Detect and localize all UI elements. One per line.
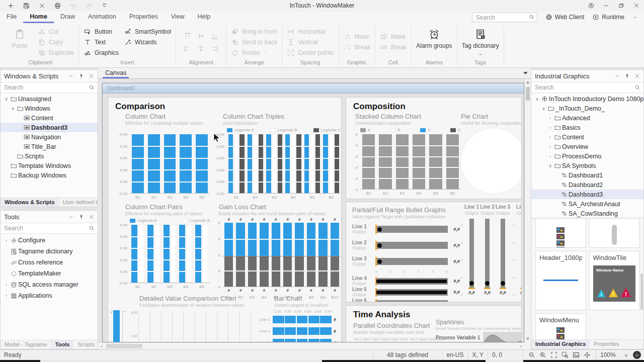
spacing-horizontal-button[interactable]: Horizontal (287, 26, 334, 37)
search-input[interactable] (1, 82, 98, 93)
wizards-button[interactable]: Wizards (124, 37, 171, 47)
chevron-down-icon[interactable] (614, 73, 620, 79)
menu-tab-properties[interactable]: Properties (123, 11, 165, 23)
vertical-scroll-thumb[interactable] (526, 87, 530, 101)
pan-icon[interactable] (584, 351, 591, 358)
tree-item-sa-archestranaut[interactable]: SA_ArchestrAnaut (531, 199, 643, 209)
graphic-make-button[interactable]: Make (344, 31, 370, 42)
windows-scripts-tab-windows-scripts[interactable]: Windows & Scripts (1, 198, 59, 207)
status-locale[interactable]: en-US (442, 350, 468, 360)
search-input[interactable] (1, 223, 98, 234)
tree-item-sa-cowstanding[interactable]: SA_CowStanding (531, 209, 643, 217)
expander-icon[interactable]: ∨ (3, 97, 10, 102)
chart-detailed-value-comparison-chart[interactable]: Detailed Value Comparison ChartFacilitat… (110, 295, 255, 342)
tree-item-dashboard1[interactable]: Dashboard1 (531, 170, 643, 180)
status-circle-icon[interactable] (633, 351, 641, 359)
menu-tab-draw[interactable]: Draw (54, 11, 82, 23)
dashboard3-window-titlebar[interactable]: Dashboard3 (103, 83, 524, 94)
expander-icon[interactable]: › (547, 135, 553, 140)
close-icon[interactable] (89, 73, 94, 79)
tree-item-scripts[interactable]: Scripts (1, 151, 98, 161)
chart-parallel-coordinates[interactable]: Parallel Coordinates ChartMonitor multip… (353, 322, 434, 341)
tools-tab-model-tagname[interactable]: Model - Tagname (1, 340, 51, 349)
expander-icon[interactable]: ∨ (540, 106, 547, 111)
close-icon[interactable] (89, 214, 94, 220)
tree-item-unassigned[interactable]: ∨Unassigned (1, 94, 98, 104)
tab-canvas[interactable]: Canvas (103, 68, 129, 78)
scroll-right-icon[interactable]: › (517, 344, 524, 349)
cell-make-button[interactable]: Make (380, 31, 407, 42)
align-top-icon[interactable] (184, 32, 191, 40)
align-left-icon[interactable] (184, 45, 191, 52)
align-center-icon[interactable] (197, 45, 205, 52)
chart-column-chart[interactable]: Column ChartEffective for comparing mult… (116, 113, 210, 200)
chart-column-chart-triples[interactable]: Column Chart TriplesShort DescriptionLeg… (214, 113, 341, 200)
tag-dictionary-button[interactable]: Tag dictionary (462, 26, 499, 57)
pin-icon[interactable] (78, 214, 84, 220)
tool-item-sql-access-manager[interactable]: ›SQL access manager (1, 279, 98, 290)
tree-item-sa-symbols[interactable]: ∨SA Symbols (531, 161, 643, 170)
print-button[interactable] (50, 3, 65, 9)
tree-item-content[interactable]: ›Content (531, 132, 643, 142)
save-button[interactable] (19, 3, 34, 9)
close-icon[interactable] (634, 73, 640, 79)
tool-item-configure[interactable]: ›Configure (1, 235, 98, 246)
rotate-button[interactable]: Rotate (231, 47, 277, 58)
thumbnail-header-1080p[interactable]: Header_1080p (535, 251, 586, 310)
windows-scripts-tab-user-defined-type[interactable]: User defined type (59, 198, 98, 207)
chart-stacked-column-chart[interactable]: Stacked Column ChartCommunicates composi… (352, 113, 461, 196)
expander-icon[interactable]: › (547, 125, 553, 130)
chart-bar-chart[interactable]: Bar ChartSorted Largest to Smallest0.00#… (256, 295, 339, 342)
chevron-down-icon[interactable] (68, 73, 74, 79)
menu-tab-file[interactable]: File (0, 11, 23, 23)
paste-button[interactable]: Paste (7, 26, 33, 49)
close-app-button[interactable] (629, 0, 644, 11)
expander-icon[interactable]: ∨ (534, 97, 540, 102)
zoom-selection-icon[interactable] (561, 351, 569, 358)
expander-icon[interactable]: › (3, 282, 10, 287)
expander-icon[interactable]: › (547, 144, 553, 149)
expander-icon[interactable]: › (547, 116, 553, 121)
minimize-button[interactable] (599, 0, 614, 11)
customize-toolbar-icon[interactable] (97, 3, 112, 9)
tab-list-icon[interactable] (523, 71, 528, 75)
tree-item-dashboard3[interactable]: Dashboard3 (531, 190, 643, 199)
cell-break-button[interactable]: Break (380, 42, 407, 52)
chart-sparklines[interactable]: SparklinesSmall Trends Effective for Com… (436, 319, 521, 342)
graphic-break-button[interactable]: Break (344, 42, 370, 52)
center-points-button[interactable]: Center points (287, 47, 334, 58)
runtime-button[interactable]: Runtime (592, 14, 624, 21)
search-input[interactable] (472, 13, 537, 22)
thumbnail-windowmenu[interactable]: WindowMenu (535, 313, 586, 339)
canvas-area[interactable]: Dashboard3 ComparisonColumn ChartEffecti… (98, 79, 531, 349)
chart-gain-loss-chart[interactable]: Gain Loss ChartEasily visualize the net … (214, 203, 341, 300)
tools-tab-tools[interactable]: Tools (51, 340, 74, 349)
spacing-vertical-button[interactable]: Vertical (287, 37, 334, 47)
pin-icon[interactable] (624, 73, 630, 79)
expander-icon[interactable]: › (547, 154, 553, 159)
tool-item-templatemaker[interactable]: TemplateMaker (1, 268, 98, 279)
tree-item-windows[interactable]: ∨Windows (1, 104, 98, 113)
account-icon[interactable] (584, 0, 599, 11)
duplicate-button[interactable]: Duplicate (38, 47, 74, 58)
chevron-down-icon[interactable] (68, 214, 74, 220)
tree-item-overview[interactable]: ›Overview (531, 142, 643, 151)
zoom-in-icon[interactable] (539, 351, 546, 358)
tree-item-basics[interactable]: ›Basics (531, 123, 643, 132)
industrial-graphics-tab-properties[interactable]: Properties (590, 340, 623, 349)
scroll-left-icon[interactable]: ‹ (98, 344, 105, 349)
zoom-level-select[interactable]: 100% ∨ (596, 350, 632, 360)
alarm-groups-button[interactable]: Alarm groups (416, 26, 452, 49)
insert-graphics-button[interactable]: Graphics (84, 47, 119, 58)
menu-tab-help[interactable]: Help (191, 11, 217, 23)
industrial-graphics-tab-industrial-graphics[interactable]: Industrial Graphics (531, 340, 590, 349)
expander-icon[interactable]: › (3, 293, 10, 298)
canvas-horizontal-scrollbar[interactable]: ‹ › (98, 342, 524, 349)
smartsymbol-button[interactable]: SmartSymbol (124, 26, 171, 37)
restore-button[interactable] (614, 0, 629, 11)
redo-button[interactable] (81, 3, 97, 9)
zoom-out-icon[interactable] (528, 351, 535, 358)
expander-icon[interactable]: › (3, 238, 10, 243)
tool-item-applications[interactable]: ›Applications (1, 290, 98, 301)
chart-pie-chart[interactable]: Pie ChartUseful for showing composition. (461, 113, 522, 194)
